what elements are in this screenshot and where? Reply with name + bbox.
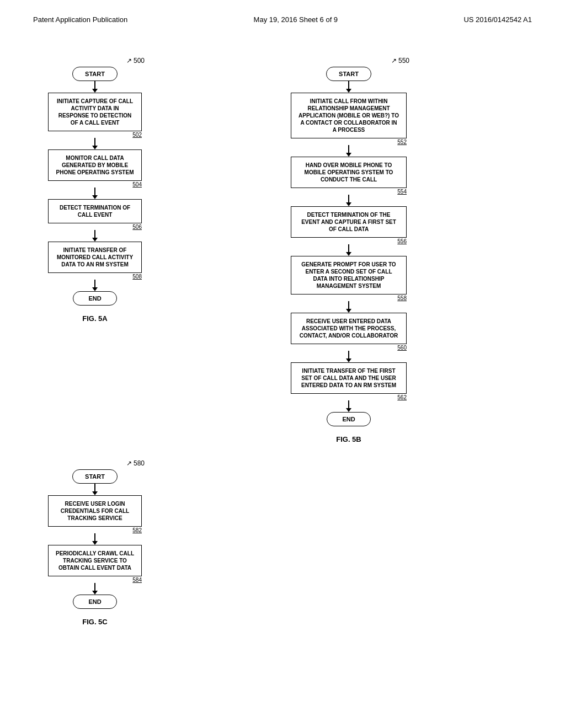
step-506: DETECT TERMINATION OF CALL EVENT 506 bbox=[48, 199, 142, 230]
step-508: INITIATE TRANSFER OF MONITORED CALL ACTI… bbox=[48, 242, 142, 280]
step-502: INITIATE CAPTURE OF CALL ACTIVITY DATA I… bbox=[48, 93, 142, 138]
step-504: MONITOR CALL DATA GENERATED BY MOBILE PH… bbox=[48, 149, 142, 188]
step-562: INITIATE TRANSFER OF THE FIRST SET OF CA… bbox=[291, 362, 407, 400]
step-556: DETECT TERMINATION OF THE EVENT AND CAPT… bbox=[291, 206, 407, 244]
fig5c-end: END bbox=[73, 595, 117, 609]
fig5a-start: START bbox=[72, 67, 118, 81]
fig5b-chart-num: ↗ 550 bbox=[391, 57, 409, 65]
fig5c-chart-num: ↗ 580 bbox=[126, 459, 145, 467]
fig5b-label: FIG. 5B bbox=[336, 435, 361, 443]
step-552: INITIATE CALL FROM WITHIN RELATIONSHIP M… bbox=[291, 93, 407, 145]
step-560: RECEIVE USER ENTERED DATA ASSOCIATED WIT… bbox=[291, 313, 407, 351]
step-582: RECEIVE USER LOGIN CREDENTIALS FOR CALL … bbox=[48, 495, 142, 533]
diagram-area: ↗ 500 START INITIATE CAPTURE OF CALL ACT… bbox=[18, 40, 547, 675]
header-right: US 2016/0142542 A1 bbox=[463, 15, 532, 24]
step-584: PERIODICALLY CRAWL CALL TRACKING SERVICE… bbox=[48, 545, 142, 583]
step-554: HAND OVER MOBILE PHONE TO MOBILE OPERATI… bbox=[291, 157, 407, 195]
header-left: Patent Application Publication bbox=[33, 15, 127, 24]
fig5c-label: FIG. 5C bbox=[82, 618, 108, 626]
fig5b-end: END bbox=[327, 412, 371, 426]
header: Patent Application Publication May 19, 2… bbox=[0, 0, 565, 29]
fig5b-start: START bbox=[326, 67, 371, 81]
fig5c-start: START bbox=[72, 469, 118, 484]
fig5a-end: END bbox=[73, 291, 117, 306]
header-center: May 19, 2016 Sheet 6 of 9 bbox=[254, 15, 338, 24]
step-558: GENERATE PROMPT FOR USER TO ENTER A SECO… bbox=[291, 256, 407, 301]
fig5a-chart-num: ↗ 500 bbox=[126, 57, 145, 65]
fig5a-label: FIG. 5A bbox=[82, 314, 108, 323]
